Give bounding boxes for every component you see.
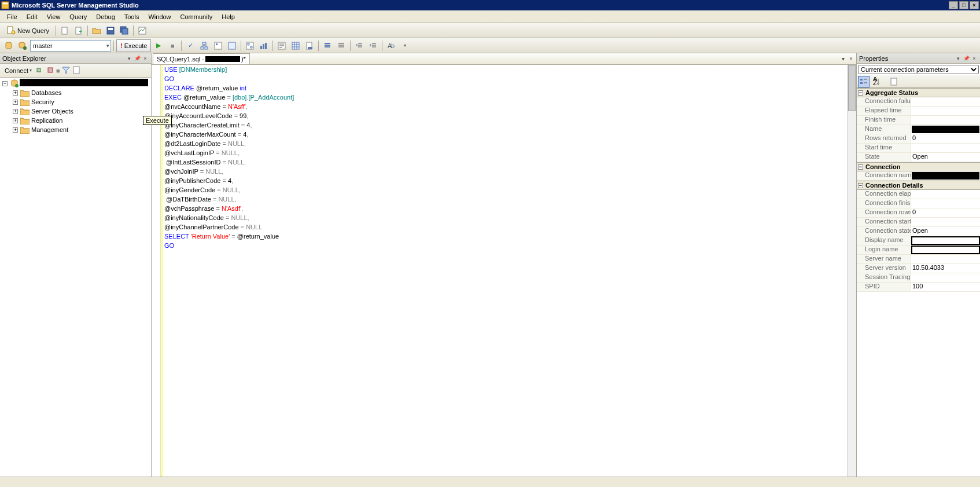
properties-grid[interactable]: −Aggregate StatusConnection failuresElap… xyxy=(857,88,980,477)
sql-editor[interactable]: USE [DNMembership] GO DECLARE @return_va… xyxy=(152,65,856,477)
props-close-icon[interactable]: × xyxy=(971,55,978,62)
save-all-button[interactable] xyxy=(118,24,131,37)
oe-node-replication[interactable]: +Replication xyxy=(0,116,151,125)
tab-list-button[interactable]: ▾ xyxy=(839,54,847,63)
disconnect-button[interactable] xyxy=(35,65,45,76)
menu-community[interactable]: Community xyxy=(176,12,218,21)
pin-icon[interactable]: ▾ xyxy=(126,55,132,62)
stop-oe-button[interactable] xyxy=(46,65,55,76)
oe-node-databases[interactable]: +Databases xyxy=(0,88,151,97)
oe-node-server-objects[interactable]: +Server Objects xyxy=(0,107,151,116)
props-row[interactable]: Server name xyxy=(857,255,980,264)
debug-button[interactable]: ▶ xyxy=(152,39,165,52)
document-tab[interactable]: SQLQuery1.sql - )* xyxy=(153,53,250,64)
expand-icon[interactable]: + xyxy=(13,100,18,105)
collapse-icon[interactable]: − xyxy=(858,183,863,188)
menu-tools[interactable]: Tools xyxy=(120,12,144,21)
results-file-button[interactable] xyxy=(303,39,316,52)
menu-debug[interactable]: Debug xyxy=(91,12,119,21)
props-row[interactable]: Connection rows re0 xyxy=(857,208,980,218)
outdent-button[interactable] xyxy=(367,39,380,52)
editor-text[interactable]: USE [DNMembership] GO DECLARE @return_va… xyxy=(161,65,295,477)
props-row[interactable]: Login name xyxy=(857,246,980,255)
oe-node-management[interactable]: +Management xyxy=(0,125,151,134)
props-row[interactable]: Connection start tim xyxy=(857,218,980,227)
props-row[interactable]: Connection elapsed xyxy=(857,190,980,199)
connect-button[interactable]: Connect ▾ xyxy=(2,66,34,75)
activity-monitor-button[interactable] xyxy=(136,24,149,37)
database-combo[interactable]: master xyxy=(30,40,111,52)
results-text-button[interactable] xyxy=(275,39,288,52)
props-category[interactable]: −Connection Details xyxy=(857,181,980,190)
props-row[interactable]: Elapsed time xyxy=(857,107,980,116)
autohide-icon[interactable]: 📌 xyxy=(134,55,141,62)
indent-button[interactable] xyxy=(353,39,366,52)
props-row[interactable]: StateOpen xyxy=(857,153,980,162)
open-button[interactable] xyxy=(90,24,103,37)
menu-help[interactable]: Help xyxy=(217,12,240,21)
props-row[interactable]: Connection finish tim xyxy=(857,199,980,208)
close-button[interactable]: × xyxy=(970,1,979,9)
specify-values-button[interactable]: Ab xyxy=(385,39,397,52)
comment-button[interactable] xyxy=(321,39,334,52)
categorized-button[interactable] xyxy=(858,76,870,87)
alphabetical-button[interactable]: AZ xyxy=(871,76,882,87)
filter-button[interactable] xyxy=(61,65,71,76)
menu-query[interactable]: Query xyxy=(65,12,91,21)
props-row[interactable]: Session Tracing ID xyxy=(857,273,980,283)
expand-icon[interactable]: + xyxy=(13,127,18,133)
save-button[interactable] xyxy=(104,24,117,37)
panel-close-icon[interactable]: × xyxy=(142,55,149,62)
props-row[interactable]: SPID100 xyxy=(857,283,980,292)
new-file-button[interactable]: + xyxy=(72,24,85,37)
display-plan-button[interactable] xyxy=(198,39,211,52)
props-autohide-icon[interactable]: 📌 xyxy=(963,55,970,62)
intellisense-button[interactable] xyxy=(226,39,238,52)
new-project-button[interactable] xyxy=(58,24,71,37)
expand-icon[interactable]: + xyxy=(13,90,18,96)
props-row[interactable]: Display name xyxy=(857,236,980,246)
props-row[interactable]: Connection name xyxy=(857,171,980,181)
props-row[interactable]: Rows returned0 xyxy=(857,134,980,144)
tab-close-button[interactable]: × xyxy=(847,54,855,63)
available-databases-icon-button[interactable] xyxy=(16,39,29,52)
results-grid-button[interactable] xyxy=(289,39,302,52)
collapse-icon[interactable]: − xyxy=(858,164,863,170)
props-row[interactable]: Finish time xyxy=(857,116,980,125)
menu-edit[interactable]: Edit xyxy=(22,12,42,21)
maximize-button[interactable]: □ xyxy=(959,1,968,9)
props-row[interactable]: Name xyxy=(857,125,980,134)
editor-scrollbar[interactable] xyxy=(847,65,856,477)
expand-icon[interactable]: + xyxy=(13,118,18,123)
execute-button[interactable]: ! Execute xyxy=(116,39,151,52)
change-connection-button[interactable] xyxy=(2,39,15,52)
expand-icon[interactable]: + xyxy=(13,109,18,114)
oe-node-security[interactable]: +Security xyxy=(0,97,151,107)
new-query-button[interactable]: New Query xyxy=(2,24,53,37)
props-category[interactable]: −Connection xyxy=(857,162,980,171)
menu-window[interactable]: Window xyxy=(143,12,175,21)
props-row[interactable]: Start time xyxy=(857,144,980,153)
uncomment-button[interactable] xyxy=(335,39,348,52)
report-button[interactable] xyxy=(72,65,81,76)
minimize-button[interactable]: _ xyxy=(949,1,958,9)
properties-object-combo[interactable]: Current connection parameters xyxy=(858,65,979,74)
collapse-icon[interactable]: − xyxy=(858,90,863,96)
props-category[interactable]: −Aggregate Status xyxy=(857,88,980,97)
toolbar-dropdown[interactable]: ▾ xyxy=(399,39,411,52)
property-pages-button[interactable] xyxy=(888,76,900,87)
props-row[interactable]: Connection stateOpen xyxy=(857,227,980,236)
scrollbar-thumb[interactable] xyxy=(848,65,856,111)
query-options-button[interactable] xyxy=(212,39,224,52)
props-row[interactable]: Server version10.50.4033 xyxy=(857,264,980,273)
stop-button[interactable]: ■ xyxy=(166,39,179,52)
menu-file[interactable]: File xyxy=(2,12,22,21)
object-explorer-tree[interactable]: − +Databases+Security+Server Objects+Rep… xyxy=(0,78,151,477)
include-plan-button[interactable] xyxy=(244,39,256,52)
menu-view[interactable]: View xyxy=(42,12,65,21)
include-stats-button[interactable] xyxy=(257,39,270,52)
props-pin-icon[interactable]: ▾ xyxy=(955,55,961,62)
parse-button[interactable]: ✓ xyxy=(184,39,197,52)
collapse-icon[interactable]: − xyxy=(2,81,8,86)
props-row[interactable]: Connection failures xyxy=(857,97,980,107)
